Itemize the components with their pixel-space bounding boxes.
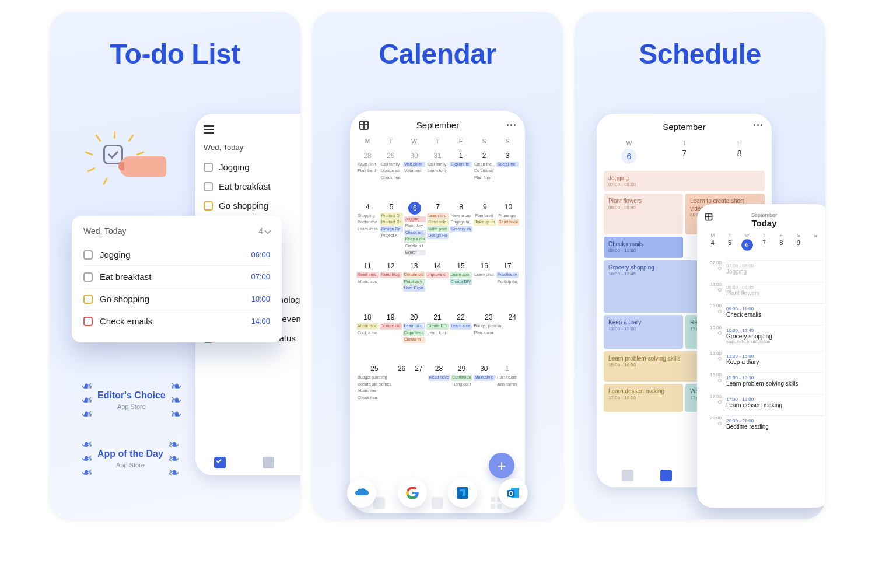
checkbox-icon[interactable] <box>83 250 93 260</box>
calendar-grid[interactable]: 28Have dinnPlan the d29Call familyUpdate… <box>356 147 519 411</box>
tab-tasks-icon[interactable] <box>214 457 226 468</box>
calendar-cell[interactable]: 13Donate oldPractice yUser Expe <box>402 257 426 309</box>
calendar-event[interactable]: Hang out t <box>451 382 472 387</box>
calendar-event[interactable]: Create DIY <box>426 323 449 329</box>
month-label[interactable]: September <box>597 122 772 132</box>
calendar-event[interactable]: Read nove <box>428 374 450 380</box>
calendar-event[interactable]: Shopping <box>356 213 379 219</box>
calendar-event[interactable]: Check hea <box>380 175 402 181</box>
calendar-event[interactable]: Attend me <box>356 388 393 394</box>
calendar-event[interactable]: Create th <box>403 337 425 342</box>
calendar-event[interactable]: Create DIY <box>450 279 473 285</box>
calendar-cell[interactable]: 9Plan familTake up on <box>473 198 496 257</box>
calendar-grid-icon[interactable] <box>359 121 369 130</box>
calendar-event[interactable]: Write poet <box>427 226 449 232</box>
calendar-event[interactable]: Grocery sh <box>450 226 473 232</box>
calendar-event[interactable]: Organize c <box>403 330 425 336</box>
calendar-event[interactable]: Design Re <box>380 226 403 232</box>
calendar-event[interactable]: Plan finan <box>473 175 495 181</box>
calendar-event[interactable]: Participate <box>496 279 519 285</box>
calendar-event[interactable]: Attend soc <box>356 279 379 285</box>
calendar-event[interactable]: Have a cup <box>450 213 473 219</box>
task-row[interactable]: Eat breakfast07:00 <box>83 265 270 288</box>
calendar-cell[interactable]: 7Learn to cRead scieWrite poetDesign Re <box>426 198 449 257</box>
calendar-event[interactable]: Read med <box>356 272 379 278</box>
calendar-cell[interactable]: 29ContinuouHang out t <box>450 360 473 411</box>
calendar-event[interactable]: Plan the d <box>356 168 379 174</box>
calendar-event[interactable]: Read scie <box>427 219 449 225</box>
schedule-row[interactable]: 15:00 15:00 - 16:30 Learn problem-solvin… <box>704 369 824 390</box>
calendar-event[interactable]: Project Ki <box>380 233 403 239</box>
calendar-event[interactable]: Explore te <box>450 162 472 167</box>
calendar-cell[interactable]: 24 <box>505 309 519 360</box>
day-row[interactable]: 678 <box>601 149 767 164</box>
menu-icon[interactable] <box>204 125 214 134</box>
schedule-row[interactable]: 13:00 13:00 - 15:00 Keep a diary <box>704 347 824 369</box>
calendar-cell[interactable]: 29Call familyUpdate soCheck hea <box>379 147 402 198</box>
calendar-event[interactable]: Call family <box>426 162 449 167</box>
calendar-event[interactable]: Plan famil <box>474 213 496 219</box>
calendar-event[interactable]: Visit elder <box>403 162 425 167</box>
task-row[interactable]: Go shopping <box>204 196 300 215</box>
calendar-event[interactable]: Attend soc <box>356 323 379 329</box>
schedule-block[interactable]: Learn dessert making17:00 - 19:00 <box>604 384 683 412</box>
task-row[interactable]: Check emails14:00 <box>83 310 270 332</box>
calendar-event[interactable]: Join comm <box>496 382 519 387</box>
calendar-event[interactable]: Prune gar <box>498 213 520 219</box>
month-label[interactable]: September <box>416 120 459 130</box>
calendar-cell[interactable]: 26 <box>393 360 410 411</box>
task-row[interactable]: Go shopping10:00 <box>83 288 270 310</box>
calendar-event[interactable]: Plan a wor <box>473 330 505 336</box>
calendar-cell[interactable]: 17Practice mParticipate <box>496 257 519 309</box>
calendar-event[interactable]: Learn phot <box>473 272 495 278</box>
calendar-event[interactable]: Continuou <box>451 374 472 380</box>
calendar-cell[interactable]: 27 <box>410 360 427 411</box>
calendar-event[interactable]: Learn to u <box>403 323 425 329</box>
calendar-event[interactable]: Budget planning <box>473 323 505 329</box>
calendar-cell[interactable]: 1Explore te <box>449 147 473 198</box>
schedule-block[interactable]: Check emails09:00 - 11:00 <box>604 237 683 258</box>
calendar-event[interactable]: Call family <box>380 162 402 167</box>
calendar-cell[interactable]: 23Budget planningPlan a wor <box>473 309 506 360</box>
schedule-row[interactable]: 20:00 20:00 - 21:00 Bedtime reading <box>704 412 824 433</box>
calendar-cell[interactable]: 20Learn to uOrganize cCreate th <box>402 309 426 360</box>
calendar-cell[interactable]: 22Learn a ne <box>449 309 472 360</box>
day-row[interactable]: 456789 <box>704 239 824 251</box>
calendar-cell[interactable]: 1Plan healthJoin comm <box>495 360 519 411</box>
tab-tasks-icon[interactable] <box>622 470 634 481</box>
calendar-event[interactable]: Product D <box>380 213 403 219</box>
calendar-event[interactable]: Read blog <box>380 272 402 278</box>
calendar-event[interactable]: Create a t <box>404 243 426 249</box>
calendar-event[interactable]: Read book <box>498 219 520 225</box>
calendar-event[interactable]: Learn abo <box>450 272 473 278</box>
calendar-event[interactable]: Take up on <box>474 219 496 225</box>
calendar-cell[interactable]: 18Attend socCook a me <box>356 309 379 360</box>
calendar-event[interactable]: Keep a dia <box>404 236 426 242</box>
schedule-row[interactable]: 10:00 10:00 - 12:45 Grocery shopping egg… <box>704 321 824 347</box>
calendar-event[interactable]: Clean the <box>473 162 495 167</box>
task-row[interactable]: Jogging <box>204 158 300 177</box>
checkbox-icon[interactable] <box>204 163 213 172</box>
calendar-event[interactable]: Donate old <box>380 323 402 329</box>
calendar-event[interactable]: Plan health <box>496 374 519 380</box>
calendar-event[interactable]: Maintain p <box>474 374 495 380</box>
task-count[interactable]: 4 <box>258 226 270 236</box>
calendar-cell[interactable]: 10Prune garRead book <box>497 198 520 257</box>
calendar-event[interactable]: Donate old clothes <box>356 382 393 387</box>
calendar-event[interactable]: Check em <box>404 230 426 236</box>
task-row[interactable]: Jogging06:00 <box>83 244 270 265</box>
tab-calendar-icon[interactable] <box>660 470 672 481</box>
calendar-event[interactable]: Product Re <box>380 219 403 225</box>
checkbox-icon[interactable] <box>83 272 93 282</box>
schedule-block[interactable]: Keep a diary13:00 - 15:00 <box>604 315 683 349</box>
calendar-cell[interactable]: 30Maintain p <box>473 360 495 411</box>
calendar-event[interactable]: Learn a ne <box>450 323 471 329</box>
calendar-event[interactable]: Practice m <box>496 272 519 278</box>
calendar-cell[interactable]: 30Visit elderVolunteer <box>402 147 426 198</box>
calendar-event[interactable]: Practice y <box>403 279 425 285</box>
calendar-cell[interactable]: 16Learn phot <box>473 257 496 309</box>
calendar-event[interactable]: Volunteer <box>403 168 425 174</box>
calendar-event[interactable]: User Expe <box>403 285 425 291</box>
calendar-cell[interactable]: 6JoggingPlant flowCheck emKeep a diaCrea… <box>404 198 426 257</box>
checkbox-icon[interactable] <box>204 182 213 191</box>
